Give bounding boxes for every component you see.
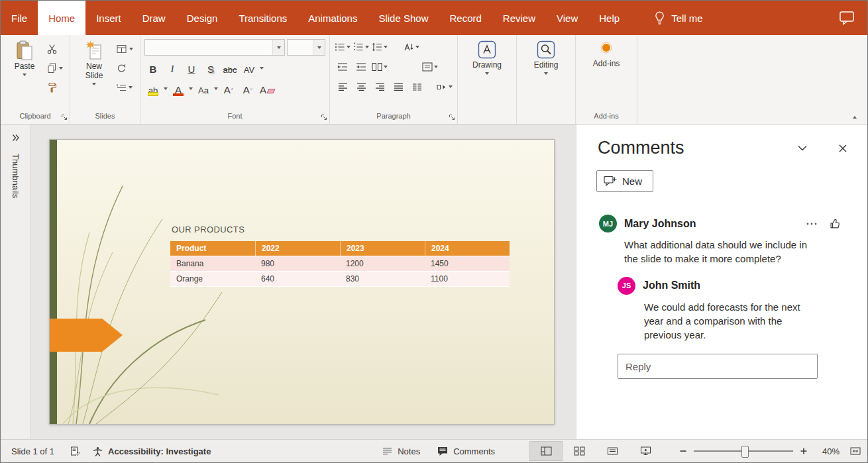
character-spacing-button[interactable]: AV	[241, 60, 258, 76]
highlight-dropdown[interactable]	[164, 87, 168, 90]
convert-to-smartart-button[interactable]	[436, 79, 453, 94]
cut-button[interactable]	[47, 43, 63, 55]
text-direction-button[interactable]	[403, 40, 420, 54]
main-area: Thumbnails OUR PRODUCTS Prod	[1, 125, 867, 439]
numbering-button[interactable]	[353, 40, 370, 54]
font-color-dropdown[interactable]	[189, 87, 193, 90]
tab-file[interactable]: File	[1, 1, 38, 35]
tab-help[interactable]: Help	[588, 1, 630, 35]
new-slide-button[interactable]: New Slide	[74, 37, 114, 85]
tab-animations[interactable]: Animations	[298, 1, 368, 35]
more-actions-icon[interactable]	[803, 219, 820, 229]
section-button[interactable]	[117, 81, 133, 93]
reset-slide-button[interactable]	[117, 62, 133, 74]
products-table[interactable]: Product 2022 2023 2024 Banana 980 1200 1…	[170, 241, 510, 287]
slide-show-button[interactable]	[629, 441, 662, 461]
fit-slide-to-window-button[interactable]	[850, 446, 861, 456]
font-color-button[interactable]: A	[170, 81, 187, 97]
tell-me-label: Tell me	[671, 13, 703, 24]
notes-icon	[382, 447, 392, 455]
text-shadow-button[interactable]: S	[202, 60, 219, 76]
underline-button[interactable]: U	[183, 60, 200, 76]
drawing-button[interactable]: Drawing	[467, 37, 507, 75]
slide-sorter-view-button[interactable]	[563, 441, 596, 461]
tab-design[interactable]: Design	[176, 1, 229, 35]
normal-view-button[interactable]	[529, 441, 563, 461]
thumbnails-strip: Thumbnails	[1, 125, 31, 439]
thumbs-up-icon[interactable]	[830, 218, 841, 229]
highlight-button[interactable]: ab	[144, 81, 162, 97]
collapse-ribbon-chevron[interactable]	[853, 116, 857, 119]
clear-formatting-button[interactable]: A	[258, 81, 276, 97]
tab-record[interactable]: Record	[439, 1, 492, 35]
notes-toggle-button[interactable]: Notes	[382, 446, 420, 456]
zoom-percentage[interactable]: 40%	[814, 446, 840, 456]
font-size-combo[interactable]	[287, 39, 325, 56]
orange-arrow-shape[interactable]	[50, 319, 123, 352]
comments-toggle-button[interactable]: Comments	[437, 446, 495, 456]
editing-button[interactable]: Editing	[526, 37, 566, 75]
strikethrough-button[interactable]: abc	[221, 60, 239, 76]
drawing-label: Drawing	[472, 61, 502, 70]
align-center-button[interactable]	[353, 79, 370, 94]
copy-icon	[47, 63, 57, 74]
proofing-icon[interactable]	[70, 446, 80, 456]
layout-icon	[117, 44, 127, 54]
zoom-in-button[interactable]	[800, 447, 808, 455]
expand-thumbnails-chevron[interactable]	[11, 134, 20, 142]
bullets-button[interactable]	[334, 40, 351, 54]
clipboard-dialog-launcher[interactable]	[61, 114, 68, 121]
tab-view[interactable]: View	[546, 1, 588, 35]
addins-button[interactable]: Add-ins	[586, 37, 626, 69]
justify-button[interactable]	[390, 79, 407, 94]
align-text-button[interactable]	[421, 60, 439, 74]
tab-slide-show[interactable]: Slide Show	[368, 1, 439, 35]
zoom-slider[interactable]	[694, 450, 793, 452]
columns-button[interactable]	[371, 60, 388, 74]
reply-input[interactable]	[618, 354, 818, 379]
new-comment-button[interactable]: New	[596, 170, 653, 192]
tab-draw[interactable]: Draw	[132, 1, 176, 35]
close-comments-icon[interactable]	[838, 144, 847, 153]
slide-canvas-area: OUR PRODUCTS Product 2022 2023 2024 Bana…	[31, 125, 576, 439]
increase-font-size-button[interactable]: Aˆ	[220, 81, 237, 97]
table-cell: 1100	[425, 272, 510, 286]
align-left-button[interactable]	[334, 79, 351, 94]
paragraph-dialog-launcher[interactable]	[449, 114, 455, 121]
accessibility-checker-button[interactable]: Accessibility: Investigate	[93, 446, 211, 456]
reading-view-button[interactable]	[596, 441, 629, 461]
decrease-indent-button[interactable]	[334, 60, 351, 74]
format-painter-button[interactable]	[47, 81, 63, 93]
paste-button[interactable]: Paste	[5, 37, 44, 76]
comment-thread: MJ Mary Johnson What additional data sho…	[599, 215, 841, 379]
slide-title-text[interactable]: OUR PRODUCTS	[172, 225, 244, 234]
new-slide-icon	[85, 40, 103, 60]
zoom-out-button[interactable]	[679, 447, 687, 455]
bold-button[interactable]: B	[144, 60, 162, 76]
italic-button[interactable]: I	[164, 60, 181, 76]
align-right-button[interactable]	[371, 79, 388, 94]
increase-indent-button[interactable]	[353, 60, 370, 74]
tell-me-button[interactable]: Tell me	[647, 1, 710, 35]
notes-label: Notes	[398, 446, 420, 456]
font-dialog-launcher[interactable]	[321, 114, 327, 121]
chat-bubble-icon[interactable]	[840, 1, 854, 35]
decrease-font-size-button[interactable]: Aˇ	[239, 81, 256, 97]
zoom-slider-thumb[interactable]	[741, 446, 749, 458]
tab-transitions[interactable]: Transitions	[228, 1, 298, 35]
line-spacing-button[interactable]	[371, 40, 388, 54]
collapse-comments-chevron-icon[interactable]	[797, 145, 808, 152]
tab-home[interactable]: Home	[38, 1, 85, 35]
change-case-button[interactable]: Aa	[195, 81, 212, 97]
view-switcher	[529, 441, 662, 461]
character-spacing-dropdown[interactable]	[260, 67, 264, 70]
slide-layout-button[interactable]	[117, 43, 133, 55]
copy-button[interactable]	[47, 62, 63, 74]
tab-insert[interactable]: Insert	[85, 1, 132, 35]
add-remove-columns-button[interactable]	[408, 79, 425, 94]
editing-label: Editing	[534, 61, 559, 70]
change-case-dropdown[interactable]	[214, 87, 218, 90]
tab-review[interactable]: Review	[492, 1, 546, 35]
slide[interactable]: OUR PRODUCTS Product 2022 2023 2024 Bana…	[49, 139, 555, 425]
font-name-combo[interactable]	[144, 39, 285, 56]
